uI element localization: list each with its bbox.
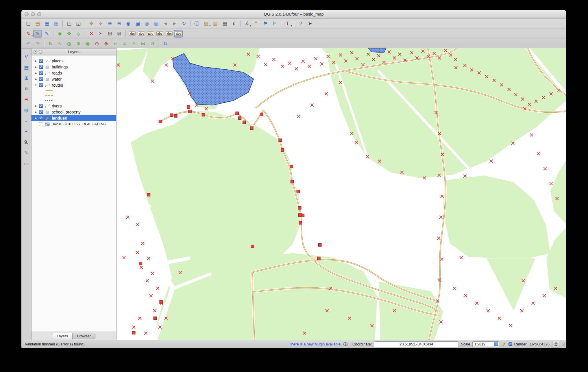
copy-features-icon[interactable]: ⊞ [106,30,114,38]
split-features-icon[interactable]: ⋔ [130,40,138,48]
add-raster-layer-icon[interactable]: ▦ [23,64,30,71]
reshape-features-icon[interactable]: ↩ [111,40,120,48]
add-spatialite-layer-icon[interactable]: ≋ [23,85,30,92]
add-delimited-text-layer-icon[interactable]: 9, [23,138,30,146]
expand-arrow-icon[interactable]: ▶ [34,72,38,75]
expand-arrow-icon[interactable]: ▶ [34,111,38,114]
zoom-window-button[interactable] [37,12,41,16]
sidebar-item-water[interactable]: ▶✓water [32,76,116,82]
zoom-in-icon[interactable]: ⊕ [106,20,114,27]
measure-icon[interactable]: ∡▾ [243,20,251,27]
expand-arrow-icon[interactable]: ▶ [34,105,38,107]
save-layer-edits-icon[interactable]: ✎ [42,30,51,38]
panel-close-icon[interactable]: ✕ [34,50,37,54]
save-project-icon[interactable]: ▦ [42,20,51,27]
new-bookmark-icon[interactable]: ⚑ [261,20,270,27]
offset-curve-icon[interactable]: ≡ [120,40,129,48]
label-pin-icon[interactable]: abc [137,30,146,38]
new-shapefile-layer-icon[interactable]: ✎ [23,149,30,157]
resize-grip[interactable] [561,342,565,346]
pan-map-icon[interactable]: ✥ [87,20,96,27]
sidebar-item-places[interactable]: ▶✓places [32,58,116,64]
label-rotate-icon[interactable]: abc [165,30,173,38]
new-project-icon[interactable]: ▢ [24,20,33,27]
sidebar-item-rivers[interactable]: ▶✓rivers [32,103,116,109]
panel-tab-layers[interactable]: Layers [52,333,73,339]
pan-to-selection-icon[interactable]: ✛ [96,20,105,27]
new-print-composer-icon[interactable]: ◳ [65,20,73,27]
add-part-icon[interactable]: ⊕ [74,40,83,48]
layer-visibility-checkbox[interactable]: ✓ [39,71,43,75]
plugin-link[interactable]: There is a new plugin available [289,342,341,346]
redraw-icon[interactable]: ↻ [161,40,170,48]
dropdown-arrow-icon[interactable]: ▾ [291,25,292,27]
layer-visibility-checkbox[interactable]: ✓ [39,59,43,63]
remove-layer-icon[interactable]: ▭ [23,160,30,167]
zoom-to-layer-icon[interactable]: ▣ [152,20,160,27]
legend-swatch-row[interactable] [32,88,116,93]
sidebar-item-roads[interactable]: ▶✓roads [32,70,116,76]
plugin-icon[interactable] [343,342,348,347]
identify-features-icon[interactable]: ⓘ [193,20,201,27]
label-properties-icon[interactable]: abc [174,30,183,38]
add-wfs-layer-icon[interactable]: ◓ [23,128,30,135]
legend-swatch-row[interactable] [32,98,116,103]
legend-swatch-row[interactable] [32,93,116,98]
delete-ring-icon[interactable]: ⊖ [93,40,101,48]
zoom-next-icon[interactable]: ► [170,20,179,27]
zoom-full-icon[interactable]: ▣ [133,20,142,27]
composer-manager-icon[interactable]: ◱ [74,20,83,27]
add-postgis-layer-icon[interactable]: ⊞ [23,74,30,82]
simplify-feature-icon[interactable]: ∿ [56,40,64,48]
coordinate-input[interactable]: 20.51852,-34.01434 [374,341,459,347]
refresh-map-icon[interactable]: ↻ [180,20,188,27]
label-move-icon[interactable]: abc [156,30,164,38]
sidebar-item-routes[interactable]: ▼✓routes [32,82,116,88]
field-calculator-icon[interactable]: ε [230,20,238,27]
sidebar-item-landuse[interactable]: ▶✓landuse [32,115,116,121]
open-project-icon[interactable]: ▤ [33,20,42,27]
whats-this-icon[interactable]: ➤ [306,20,314,27]
rotate-point-symbols-icon[interactable]: ↺ [148,40,157,48]
move-feature-icon[interactable]: ✥ [65,30,73,38]
add-wms-layer-icon[interactable]: ◍ [23,106,30,114]
map-tips-icon[interactable]: ❝ [252,20,260,27]
add-vector-layer-icon[interactable]: V [23,53,30,60]
layer-visibility-checkbox[interactable]: ✓ [39,116,43,120]
toggle-editing-icon[interactable]: ✎ [33,30,42,38]
node-tool-icon[interactable]: ◇ [74,30,83,38]
rotate-feature-icon[interactable]: ↻ [46,40,55,48]
layer-visibility-checkbox[interactable]: ✓ [39,110,43,114]
add-ring-icon[interactable]: ◍ [65,40,73,48]
sidebar-item-buildings[interactable]: ▶✓buildings [32,64,116,70]
label-icon[interactable]: abc [128,30,136,38]
zoom-last-icon[interactable]: ◄ [161,20,170,27]
expand-arrow-icon[interactable]: ▶ [34,66,38,68]
dropdown-arrow-icon[interactable]: ▾ [32,35,33,37]
render-checkbox[interactable]: ✓ [509,342,512,346]
merge-features-icon[interactable]: ⋈ [139,40,147,48]
crs-status-button[interactable] [552,341,559,347]
delete-part-icon[interactable]: ⊗ [102,40,110,48]
expand-arrow-icon[interactable]: ▶ [34,78,38,81]
redo-icon[interactable]: ↷ [33,40,42,48]
dropdown-arrow-icon[interactable]: ▾ [250,25,251,27]
open-attribute-table-icon[interactable]: ▦ [220,20,229,27]
cut-features-icon[interactable]: ✂ [96,30,105,38]
map-canvas[interactable] [116,48,566,340]
panel-detach-icon[interactable] [39,50,42,54]
current-edits-icon[interactable]: ✎▾ [24,30,33,38]
expand-arrow-icon[interactable]: ▶ [34,59,38,62]
dropdown-arrow-icon[interactable]: ▾ [209,25,210,27]
layer-visibility-checkbox[interactable]: ✓ [39,104,43,108]
add-wcs-layer-icon[interactable]: ◒ [23,117,30,124]
zoom-native-icon[interactable]: ◉ [124,20,133,27]
pencil-icon[interactable] [501,342,506,347]
help-icon[interactable]: ? [296,20,305,27]
show-bookmarks-icon[interactable]: ⚐ [270,20,279,27]
titlebar[interactable]: QGIS 2.0.1-Dufour – basic_map [21,10,566,18]
undo-icon[interactable]: ↶ [24,40,33,48]
layer-visibility-checkbox[interactable]: ✓ [39,65,43,69]
delete-selected-icon[interactable]: ✕ [87,30,96,38]
text-annotation-icon[interactable]: T▾ [283,20,292,27]
